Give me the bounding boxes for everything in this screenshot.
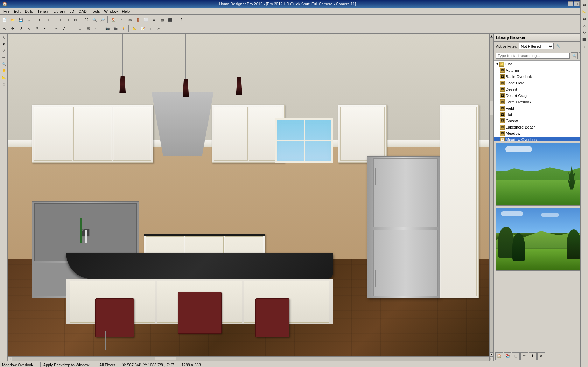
menu-3d[interactable]: 3D [67,8,76,14]
view3-btn[interactable]: ⊠ [71,16,79,23]
walk-btn[interactable]: 🚶 [120,25,127,32]
filter-settings-btn[interactable]: 🔧 [555,43,562,49]
menu-edit[interactable]: Edit [12,8,23,14]
print-btn[interactable]: 🖨 [25,16,33,23]
lib-info-btn[interactable]: ℹ [529,352,537,360]
hscroll-right-btn[interactable]: ► [489,357,493,361]
new-btn[interactable]: 📄 [1,16,8,23]
tree-item-desert-crags[interactable]: 🖼 Desert Crags [494,92,588,99]
redo-btn[interactable]: ↪ [44,16,52,23]
hscroll-left-btn[interactable]: ◄ [8,357,12,361]
lib-delete-btn[interactable]: ✕ [537,352,545,360]
room-btn[interactable]: ⬛ [166,16,174,23]
hscroll-track[interactable] [12,357,489,361]
line-btn[interactable]: ╱ [60,25,68,32]
left-zoom[interactable]: 🔍 [1,61,7,67]
left-measure[interactable]: 📐 [1,74,7,81]
view2-btn[interactable]: ⊟ [63,16,71,23]
tree-item-meadow-overlook[interactable]: 🖼 Meadow Overlook [494,137,588,141]
open-btn[interactable]: 📂 [9,16,16,23]
save-btn[interactable]: 💾 [17,16,24,23]
left-select[interactable]: ↖ [1,34,7,41]
item-icon: 🖼 [500,81,505,85]
fill-btn[interactable]: ▧ [84,25,92,32]
help-btn[interactable]: ? [177,16,185,23]
lib-edit-btn[interactable]: ✏ [520,352,528,360]
render-btn[interactable]: 🎬 [112,25,119,32]
tree-item-meadow[interactable]: 🖼 Meadow [494,130,588,137]
zoom-fit-btn[interactable]: ⛶ [83,16,90,23]
minimize-button[interactable]: ─ [568,1,573,6]
left-move[interactable]: ✥ [1,41,7,47]
tree-item-lakeshore-beach[interactable]: 🖼 Lakeshore Beach [494,124,588,130]
3d-viewport[interactable]: ⬛ [8,34,493,356]
search-input[interactable] [496,53,570,59]
menu-window[interactable]: Window [102,8,120,14]
menu-terrain[interactable]: Terrain [35,8,51,14]
menu-library[interactable]: Library [51,8,68,14]
menu-tools[interactable]: Tools [89,8,102,14]
wall-btn[interactable]: ▭ [126,16,134,23]
tree-item-flat[interactable]: 🖼 Flat [494,111,588,118]
move-btn[interactable]: ✥ [9,25,16,32]
resize-btn[interactable]: ⤡ [25,25,33,32]
roof-btn[interactable]: ⌂ [118,16,126,23]
up-arrow-btn[interactable]: ↑ [147,25,155,32]
scrollbar-thumb[interactable] [490,101,493,115]
rect-btn[interactable]: □ [76,25,84,32]
tree-item-grassy[interactable]: 🖼 Grassy [494,118,588,124]
draw-btn[interactable]: ✏ [52,25,60,32]
rotate-btn[interactable]: ↺ [17,25,24,32]
zoom-in-btn[interactable]: 🔍 [91,16,98,23]
ri-btn-6[interactable]: ⬛ [581,36,588,43]
tree-item-farm-overlook[interactable]: 🖼 Farm Overlook [494,99,588,105]
filter-select[interactable]: Not Filtered [519,43,554,49]
left-edit[interactable]: ✏ [1,54,7,61]
stair-btn[interactable]: ≡ [150,16,158,23]
menu-build[interactable]: Build [23,8,35,14]
arc-btn[interactable]: ⌒ [68,25,76,32]
copy-btn[interactable]: ⧉ [33,25,41,32]
measure-btn[interactable]: 📐 [131,25,139,32]
tree-item-field[interactable]: 🖼 Field [494,105,588,111]
view1-btn[interactable]: ⊞ [55,16,63,23]
tree-item-autumn[interactable]: 🖼 Autumn [494,67,588,74]
menu-help[interactable]: Help [120,8,132,14]
note-btn[interactable]: 📝 [139,25,147,32]
scrollbar-track[interactable] [490,38,493,352]
viewport-hscroll[interactable]: ◄ ► [8,356,493,361]
ri-btn-7[interactable]: ↕ [581,43,588,50]
zoom-out-btn[interactable]: 🔎 [99,16,106,23]
scrollbar-down-btn[interactable]: ▼ [490,352,493,356]
elevation-btn[interactable]: △ [155,25,163,32]
tree-item-cane-field[interactable]: 🖼 Cane Field [494,80,588,86]
tree-item-basin-overlook[interactable]: 🖼 Basin Overlook [494,74,588,80]
select-btn[interactable]: ↖ [1,25,8,32]
search-button[interactable]: 🔍 [571,52,578,59]
lib-home-btn[interactable]: 🏠 [495,352,503,360]
menu-file[interactable]: File [1,8,12,14]
tree-item-flat-folder[interactable]: ▼ 📁 Flat [494,61,588,67]
menu-cad[interactable]: CAD [76,8,89,14]
camera-btn[interactable]: 📷 [104,25,111,32]
maximize-button[interactable]: □ [574,1,580,6]
dim-btn[interactable]: ↔ [92,25,100,32]
left-rotate[interactable]: ↺ [1,48,7,54]
undo-btn[interactable]: ↩ [36,16,44,23]
lib-catalog-btn[interactable]: 📚 [504,352,511,360]
ri-btn-5[interactable]: ↻ [581,34,588,36]
window-btn[interactable]: ⬜ [142,16,150,23]
left-pan[interactable]: ✋ [1,68,7,74]
lib-grid-btn[interactable]: ⊞ [512,352,520,360]
apply-backdrop-btn[interactable]: Apply Backdrop to Window [40,362,92,367]
hscroll-thumb[interactable] [155,357,176,360]
library-tree[interactable]: ▼ 📁 Flat 🖼 Autumn 🖼 Basin Overlook 🖼 [494,61,588,141]
viewport-scrollbar[interactable]: ▲ ▼ [489,34,493,356]
left-3d[interactable]: △ [1,81,7,87]
floor-btn[interactable]: 🏠 [110,16,118,23]
scrollbar-up-btn[interactable]: ▲ [490,34,493,38]
delete-btn[interactable]: ✂ [41,25,49,32]
cabinet-btn[interactable]: ▤ [158,16,166,23]
door-btn[interactable]: 🚪 [134,16,142,23]
tree-item-desert[interactable]: 🖼 Desert [494,86,588,92]
